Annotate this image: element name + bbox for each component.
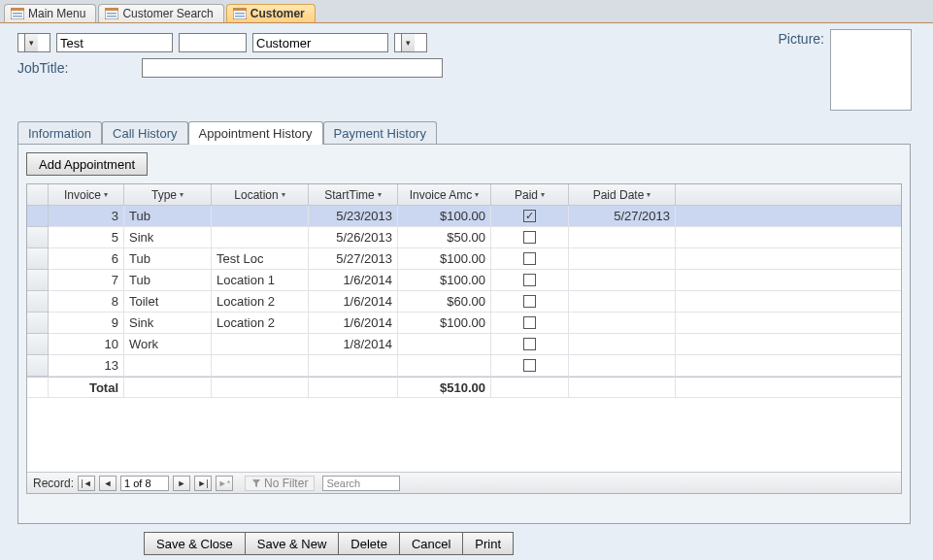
svg-rect-5 xyxy=(105,8,118,11)
paid-checkbox[interactable] xyxy=(523,338,536,350)
suffix-combo[interactable]: ▾ xyxy=(394,33,427,52)
row-selector[interactable] xyxy=(27,313,49,334)
search-field[interactable] xyxy=(322,476,400,491)
nav-next-button[interactable]: ► xyxy=(173,476,190,491)
record-label: Record: xyxy=(33,477,74,490)
doc-tab-main-menu[interactable]: Main Menu xyxy=(4,4,96,22)
subtab-appointment-history[interactable]: Appointment History xyxy=(188,121,323,145)
save-close-button[interactable]: Save & Close xyxy=(144,532,246,555)
chevron-down-icon: ▾ xyxy=(104,190,108,199)
doc-tab-customer-search[interactable]: Customer Search xyxy=(98,4,223,22)
doc-tab-customer[interactable]: Customer xyxy=(226,4,316,22)
picture-label: Picture: xyxy=(779,31,824,47)
row-selector[interactable] xyxy=(27,270,49,291)
chevron-down-icon: ▾ xyxy=(401,34,415,51)
table-row[interactable]: 3Tub5/23/2013$100.00✓5/27/2013 xyxy=(27,206,901,227)
col-header-type[interactable]: Type▾ xyxy=(124,184,212,205)
print-button[interactable]: Print xyxy=(462,532,514,555)
paid-checkbox[interactable] xyxy=(523,359,536,372)
chevron-down-icon: ▾ xyxy=(647,190,650,199)
document-tab-strip: Main MenuCustomer SearchCustomer xyxy=(0,0,933,23)
subtab-call-history[interactable]: Call History xyxy=(102,121,187,145)
nav-prev-button[interactable]: ◄ xyxy=(99,476,117,491)
col-header-paid[interactable]: Paid▾ xyxy=(491,184,569,205)
row-selector[interactable] xyxy=(27,248,49,270)
middle-name-field[interactable] xyxy=(179,33,247,52)
chevron-down-icon: ▾ xyxy=(541,190,545,199)
customer-subtab-strip: InformationCall HistoryAppointment Histo… xyxy=(17,120,916,144)
nav-first-button[interactable]: |◄ xyxy=(78,476,95,491)
svg-rect-2 xyxy=(13,13,22,15)
chevron-down-icon: ▾ xyxy=(24,34,38,51)
paid-checkbox[interactable]: ✓ xyxy=(523,210,536,222)
row-selector[interactable] xyxy=(27,291,49,313)
grid-body: 3Tub5/23/2013$100.00✓5/27/20135Sink5/26/… xyxy=(27,206,901,377)
col-header-invoice[interactable]: Invoice▾ xyxy=(49,184,124,205)
svg-rect-9 xyxy=(233,8,247,11)
col-header-invoice-amc[interactable]: Invoice Amc▾ xyxy=(398,184,491,205)
nav-new-button[interactable]: ►* xyxy=(216,476,233,491)
total-label: Total xyxy=(49,377,124,398)
col-header-starttime[interactable]: StartTime▾ xyxy=(309,184,398,205)
paid-checkbox[interactable] xyxy=(523,252,536,265)
row-selector[interactable] xyxy=(27,206,49,227)
table-row[interactable]: 7TubLocation 11/6/2014$100.00 xyxy=(27,270,901,291)
cancel-button[interactable]: Cancel xyxy=(399,532,463,555)
table-row[interactable]: 13 xyxy=(27,355,901,377)
svg-rect-1 xyxy=(11,8,24,11)
form-action-bar: Save & Close Save & New Delete Cancel Pr… xyxy=(144,532,916,555)
jobtitle-label: JobTitle: xyxy=(17,60,68,76)
last-name-field[interactable] xyxy=(252,33,388,52)
svg-rect-7 xyxy=(107,16,117,17)
table-row[interactable]: 6TubTest Loc5/27/2013$100.00 xyxy=(27,248,901,270)
table-row[interactable]: 9SinkLocation 21/6/2014$100.00 xyxy=(27,313,901,334)
chevron-down-icon: ▾ xyxy=(378,190,382,199)
col-header-paid-date[interactable]: Paid Date▾ xyxy=(569,184,676,205)
no-filter-indicator[interactable]: No Filter xyxy=(245,476,315,491)
svg-rect-6 xyxy=(107,13,117,15)
prefix-combo[interactable]: ▾ xyxy=(17,33,50,52)
total-amount: $510.00 xyxy=(398,377,491,398)
svg-rect-10 xyxy=(235,13,245,15)
save-new-button[interactable]: Save & New xyxy=(245,532,340,555)
record-navigator: Record: |◄ ◄ ► ►| ►* No Filter xyxy=(27,472,901,493)
jobtitle-field[interactable] xyxy=(142,58,443,78)
row-selector-header[interactable] xyxy=(27,184,49,205)
table-row[interactable]: 10Work1/8/2014 xyxy=(27,334,901,355)
picture-box[interactable] xyxy=(830,29,912,111)
paid-checkbox[interactable] xyxy=(523,316,536,329)
table-row[interactable]: 5Sink5/26/2013$50.00 xyxy=(27,227,901,248)
subtab-payment-history[interactable]: Payment History xyxy=(323,121,437,145)
row-selector[interactable] xyxy=(27,355,49,377)
svg-rect-11 xyxy=(235,16,245,17)
add-appointment-button[interactable]: Add Appointment xyxy=(26,152,148,176)
first-name-field[interactable] xyxy=(56,33,173,52)
appointments-grid[interactable]: Invoice▾Type▾Location▾StartTime▾Invoice … xyxy=(26,183,902,494)
grid-total-row: Total$510.00 xyxy=(27,377,901,398)
grid-header-row: Invoice▾Type▾Location▾StartTime▾Invoice … xyxy=(27,184,901,206)
table-row[interactable]: 8ToiletLocation 21/6/2014$60.00 xyxy=(27,291,901,313)
customer-form: ▾ ▾ JobTitle: Picture: InformationCall H… xyxy=(0,23,933,560)
paid-checkbox[interactable] xyxy=(523,274,536,286)
appointment-history-page: Add Appointment Invoice▾Type▾Location▾St… xyxy=(17,144,911,524)
paid-checkbox[interactable] xyxy=(523,295,536,308)
chevron-down-icon: ▾ xyxy=(282,190,285,199)
filter-icon xyxy=(251,478,261,488)
chevron-down-icon: ▾ xyxy=(475,190,479,199)
col-header-location[interactable]: Location▾ xyxy=(212,184,309,205)
row-selector[interactable] xyxy=(27,334,49,355)
subtab-information[interactable]: Information xyxy=(17,121,102,145)
record-position-field[interactable] xyxy=(120,476,169,491)
delete-button[interactable]: Delete xyxy=(338,532,400,555)
chevron-down-icon: ▾ xyxy=(180,190,183,199)
paid-checkbox[interactable] xyxy=(523,231,536,244)
nav-last-button[interactable]: ►| xyxy=(194,476,212,491)
row-selector[interactable] xyxy=(27,227,49,248)
svg-rect-3 xyxy=(13,16,22,17)
